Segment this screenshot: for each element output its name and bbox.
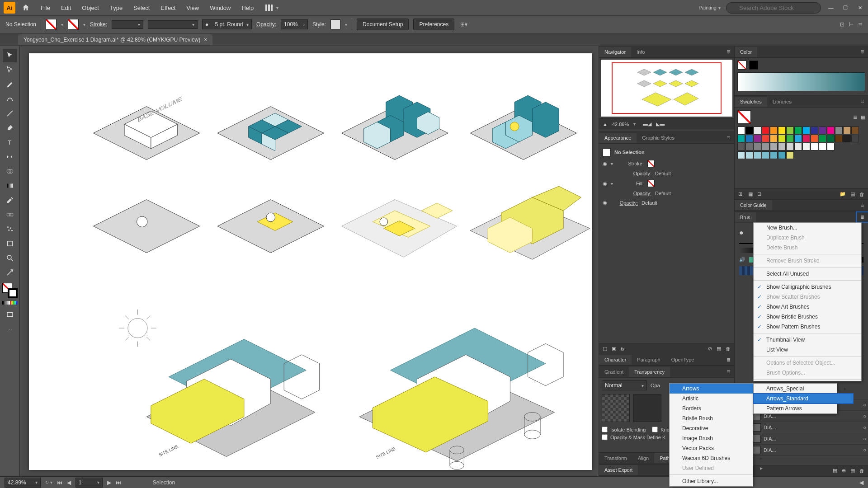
navigator-view-box[interactable]	[612, 62, 722, 114]
stroke-label[interactable]: Stroke:	[90, 21, 107, 28]
mask-thumb[interactable]	[633, 394, 661, 422]
swatch-libraries-icon[interactable]: ⊞.	[738, 191, 744, 197]
status-prev-icon[interactable]: ◀	[859, 479, 863, 486]
swatch[interactable]	[737, 135, 745, 142]
menu-item[interactable]: ✓Thumbnail View	[754, 335, 861, 345]
stroke-weight-input[interactable]: ▾	[112, 20, 143, 29]
tab-transparency[interactable]: Transparency	[629, 367, 670, 377]
symbol-sprayer-tool[interactable]	[3, 222, 17, 236]
blend-tool[interactable]	[3, 208, 17, 221]
opacity-label[interactable]: Opacity:	[624, 191, 651, 196]
screen-mode-icon[interactable]	[3, 308, 17, 322]
swatch[interactable]	[827, 143, 835, 150]
panel-menu-icon[interactable]: ≣	[723, 355, 734, 365]
tab-brushes[interactable]: Brus	[735, 212, 756, 222]
swatch[interactable]	[770, 151, 778, 159]
knockout-checkbox[interactable]	[652, 427, 658, 432]
menu-item[interactable]: Decorative▸	[670, 423, 769, 433]
menu-window[interactable]: Window	[205, 2, 235, 14]
visibility-icon[interactable]: ◉	[603, 181, 607, 187]
window-minimize-icon[interactable]: —	[826, 3, 835, 12]
menu-item[interactable]: Bristle Brush▸	[670, 413, 769, 423]
clear-icon[interactable]: ⊘	[708, 346, 712, 352]
reflect-tool[interactable]	[3, 150, 17, 164]
swatch[interactable]	[794, 127, 802, 134]
panel-menu-icon[interactable]: ≣	[857, 201, 868, 210]
opacity-label[interactable]: Opacity:	[611, 200, 638, 206]
swatch[interactable]	[778, 127, 786, 134]
swatch[interactable]	[778, 151, 786, 159]
panel-menu-icon[interactable]: ≣	[857, 47, 868, 56]
color-mode-strip[interactable]	[2, 301, 18, 305]
swatch[interactable]	[827, 135, 835, 142]
new-group-icon[interactable]: 📁	[840, 191, 846, 197]
opacity-label[interactable]: Opacity:	[624, 171, 651, 176]
menu-item[interactable]: ✓Show Calligraphic Brushes	[754, 282, 861, 292]
swatch[interactable]	[737, 151, 745, 159]
curvature-tool[interactable]	[3, 92, 17, 106]
stroke-indicator[interactable]	[8, 288, 18, 298]
menu-item[interactable]: Image Brush▸	[670, 433, 769, 443]
fill-swatch[interactable]	[647, 180, 655, 187]
preferences-button[interactable]: Preferences	[413, 19, 454, 30]
swatch[interactable]	[802, 127, 810, 134]
menu-select[interactable]: Select	[129, 2, 154, 14]
document-setup-button[interactable]: Document Setup	[357, 19, 409, 30]
swatch[interactable]	[851, 135, 859, 142]
tab-opentype[interactable]: OpenType	[666, 355, 700, 365]
swatch[interactable]	[762, 151, 769, 159]
edit-toolbar-icon[interactable]: ⋯	[3, 323, 17, 336]
stroke-swatch[interactable]	[68, 19, 79, 30]
zoom-in-icon[interactable]: ◣▬	[656, 121, 665, 127]
direct-selection-tool[interactable]	[3, 63, 17, 77]
menu-item[interactable]: Arrows_Special▸	[754, 384, 853, 394]
menu-view[interactable]: View	[182, 2, 203, 14]
selection-tool[interactable]	[3, 49, 17, 62]
fill-swatch[interactable]	[46, 19, 57, 30]
appearance-icon[interactable]: ▣	[612, 346, 616, 352]
swatch[interactable]	[778, 135, 786, 142]
tab-navigator[interactable]: Navigator	[599, 47, 631, 57]
menu-item[interactable]: Arrows_Standard	[754, 394, 853, 404]
swatch[interactable]	[811, 143, 818, 150]
slice-tool[interactable]	[3, 266, 17, 279]
new-swatch-icon[interactable]: ▤	[850, 191, 855, 197]
navigator-thumbnail[interactable]	[601, 60, 732, 117]
target-icon[interactable]: ○	[863, 425, 866, 430]
artboard-nav-input[interactable]: 1▾	[75, 478, 103, 488]
swatch[interactable]	[754, 135, 761, 142]
chevron-down-icon[interactable]: ▾	[61, 22, 63, 27]
fill-indicator[interactable]	[737, 61, 746, 70]
tab-graphic-styles[interactable]: Graphic Styles	[637, 133, 680, 143]
panel-menu-icon[interactable]: ≣	[857, 97, 868, 106]
artboard-next-icon[interactable]: ▶	[107, 479, 111, 486]
swatch[interactable]	[737, 143, 745, 150]
artboard-first-icon[interactable]: ⏮	[57, 479, 62, 486]
tab-color[interactable]: Color	[735, 47, 757, 57]
swatch-options-icon[interactable]: ⊡	[757, 191, 761, 197]
canvas-area[interactable]: BASE VOLUME	[20, 46, 599, 476]
menu-item[interactable]: Other Library...	[670, 476, 769, 486]
zoom-out-icon[interactable]: ▬◢	[643, 121, 651, 127]
tab-appearance[interactable]: Appearance	[599, 133, 637, 143]
swatch[interactable]	[762, 127, 769, 134]
fx-icon[interactable]: fx.	[621, 346, 626, 352]
zoom-out-slider-icon[interactable]: ▲	[603, 122, 608, 127]
stroke-swatch[interactable]	[647, 160, 655, 167]
swatch[interactable]	[843, 127, 851, 134]
menu-file[interactable]: File	[36, 2, 55, 14]
swatch[interactable]	[786, 143, 794, 150]
window-close-icon[interactable]: ✕	[855, 3, 864, 12]
swatch[interactable]	[762, 135, 769, 142]
var-width-profile[interactable]: ▾	[148, 20, 198, 29]
visibility-icon[interactable]: ◉	[603, 161, 607, 167]
target-icon[interactable]: ○	[863, 447, 866, 453]
status-zoom[interactable]: 42.89%▾	[5, 478, 41, 488]
swatch[interactable]	[754, 127, 761, 134]
new-icon[interactable]: ▤	[717, 346, 721, 352]
current-swatch[interactable]	[737, 110, 751, 124]
swatch[interactable]	[786, 135, 794, 142]
stock-search-input[interactable]	[726, 2, 821, 14]
swatch[interactable]	[786, 127, 794, 134]
stroke-indicator[interactable]	[749, 61, 758, 70]
